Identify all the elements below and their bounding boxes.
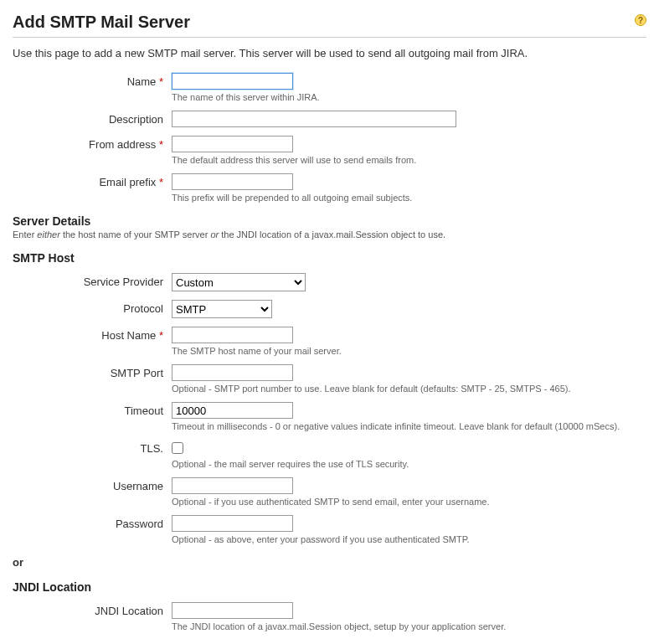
jndi-location-heading: JNDI Location (13, 580, 646, 594)
name-input[interactable] (172, 73, 293, 90)
password-input[interactable] (172, 515, 293, 532)
service-provider-label: Service Provider (13, 273, 172, 288)
server-details-heading: Server Details (13, 214, 646, 228)
service-provider-select[interactable]: Custom (172, 273, 306, 291)
username-label: Username (13, 477, 172, 492)
host-name-label: Host Name * (13, 327, 172, 342)
intro-text: Use this page to add a new SMTP mail ser… (13, 46, 646, 61)
timeout-input[interactable] (172, 402, 293, 419)
from-address-label: From address * (13, 136, 172, 151)
smtp-port-label: SMTP Port (13, 364, 172, 379)
host-name-hint: The SMTP host name of your mail server. (172, 346, 646, 356)
username-input[interactable] (172, 477, 293, 494)
description-input[interactable] (172, 111, 456, 127)
protocol-select[interactable]: SMTP (172, 300, 272, 318)
from-address-hint: The default address this server will use… (172, 155, 646, 165)
protocol-label: Protocol (13, 300, 172, 315)
tls-label: TLS. (13, 440, 172, 455)
timeout-label: Timeout (13, 402, 172, 417)
help-icon[interactable]: ? (635, 14, 646, 26)
password-hint: Optional - as above, enter your password… (172, 534, 646, 544)
tls-checkbox[interactable] (172, 442, 183, 454)
server-details-desc: Enter either the host name of your SMTP … (13, 229, 646, 240)
from-address-input[interactable] (172, 136, 293, 152)
jndi-location-hint: The JNDI location of a javax.mail.Sessio… (172, 621, 646, 631)
name-label: Name * (13, 73, 172, 88)
smtp-port-input[interactable] (172, 364, 293, 381)
username-hint: Optional - if you use authenticated SMTP… (172, 497, 646, 507)
email-prefix-label: Email prefix * (13, 173, 172, 188)
smtp-host-heading: SMTP Host (13, 251, 646, 265)
jndi-location-input[interactable] (172, 602, 293, 619)
page-title: Add SMTP Mail Server (13, 13, 190, 32)
or-label: or (13, 556, 646, 569)
name-hint: The name of this server within JIRA. (172, 92, 646, 102)
email-prefix-input[interactable] (172, 173, 293, 190)
jndi-location-label: JNDI Location (13, 602, 172, 617)
smtp-port-hint: Optional - SMTP port number to use. Leav… (172, 384, 646, 394)
email-prefix-hint: This prefix will be prepended to all out… (172, 193, 646, 203)
password-label: Password (13, 515, 172, 530)
description-label: Description (13, 111, 172, 126)
tls-hint: Optional - the mail server requires the … (172, 459, 646, 469)
host-name-input[interactable] (172, 327, 293, 343)
timeout-hint: Timeout in milliseconds - 0 or negative … (172, 421, 646, 431)
